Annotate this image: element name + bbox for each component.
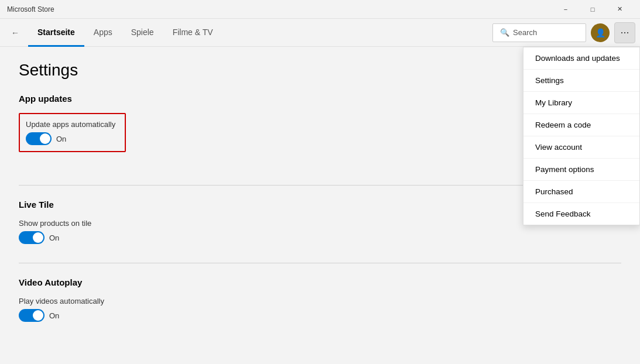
search-icon: 🔍 — [500, 28, 509, 37]
app-title: Microsoft Store — [7, 5, 552, 13]
dropdown-item-send-feedback[interactable]: Send Feedback — [523, 203, 639, 225]
window-controls: − □ ✕ — [552, 0, 633, 19]
more-icon: ··· — [620, 26, 629, 39]
close-button[interactable]: ✕ — [606, 0, 633, 19]
tab-startseite[interactable]: Startseite — [28, 19, 84, 47]
dropdown-item-settings[interactable]: Settings — [523, 70, 639, 92]
auto-update-setting-box: Update apps automatically On — [19, 113, 126, 152]
maximize-button[interactable]: □ — [579, 0, 606, 19]
dropdown-item-view-account[interactable]: View account — [523, 136, 639, 159]
section-video-autoplay: Video Autoplay Play videos automatically… — [19, 277, 621, 322]
show-products-toggle-row: On — [19, 231, 621, 244]
search-label: Search — [513, 28, 537, 37]
play-videos-toggle-label: On — [49, 311, 59, 320]
tab-apps[interactable]: Apps — [84, 19, 122, 47]
dropdown-item-redeem-code[interactable]: Redeem a code — [523, 114, 639, 136]
user-avatar[interactable]: 👤 — [591, 23, 610, 42]
back-button[interactable]: ← — [5, 22, 26, 43]
back-icon: ← — [11, 28, 19, 37]
dropdown-item-purchased[interactable]: Purchased — [523, 181, 639, 203]
section-title-video-autoplay: Video Autoplay — [19, 277, 621, 287]
auto-update-toggle-row: On — [26, 132, 115, 145]
tab-spiele[interactable]: Spiele — [122, 19, 163, 47]
more-button[interactable]: ··· — [614, 22, 635, 43]
dropdown-item-payment-options[interactable]: Payment options — [523, 159, 639, 181]
nav-bar: ← Startseite Apps Spiele Filme & TV 🔍 Se… — [0, 19, 640, 47]
dropdown-item-downloads-updates[interactable]: Downloads and updates — [523, 47, 639, 70]
divider-2 — [19, 263, 621, 263]
play-videos-toggle[interactable] — [19, 309, 45, 322]
auto-update-toggle[interactable] — [26, 132, 52, 145]
dropdown-menu: Downloads and updates Settings My Librar… — [523, 47, 640, 225]
dropdown-item-my-library[interactable]: My Library — [523, 92, 639, 114]
title-bar: Microsoft Store − □ ✕ — [0, 0, 640, 19]
auto-update-label: Update apps automatically — [26, 120, 115, 129]
tab-filme-tv[interactable]: Filme & TV — [163, 19, 223, 47]
play-videos-toggle-row: On — [19, 309, 621, 322]
search-box[interactable]: 🔍 Search — [492, 23, 586, 42]
play-videos-label: Play videos automatically — [19, 297, 621, 305]
show-products-toggle[interactable] — [19, 231, 45, 244]
auto-update-toggle-label: On — [56, 135, 66, 143]
show-products-toggle-label: On — [49, 233, 59, 242]
avatar-icon: 👤 — [595, 28, 605, 37]
nav-tabs: Startseite Apps Spiele Filme & TV — [28, 19, 223, 46]
minimize-button[interactable]: − — [552, 0, 579, 19]
